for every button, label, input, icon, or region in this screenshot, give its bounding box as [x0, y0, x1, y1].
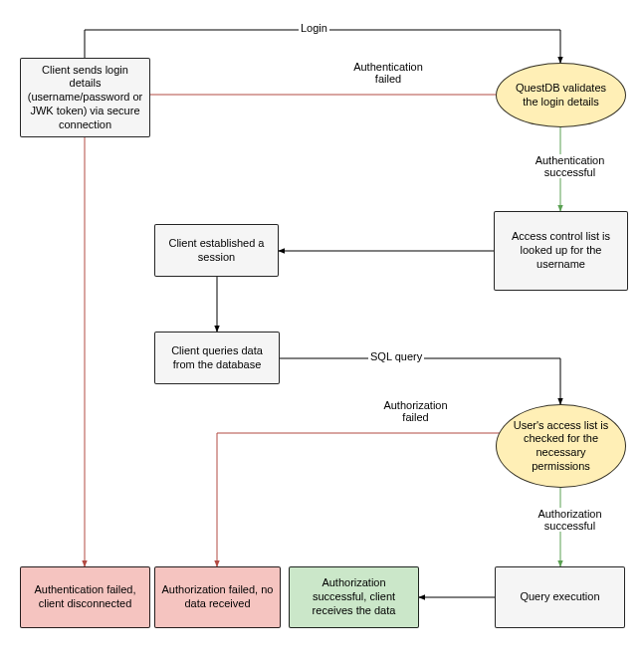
node-exec: Query execution	[495, 566, 625, 628]
node-query: Client queries data from the database	[154, 332, 280, 384]
node-auth-failed: Authentication failed, client disconnect…	[20, 566, 150, 628]
edge-label-authn-failed: Authentication failed	[343, 61, 433, 85]
node-client-login: Client sends login details (username/pas…	[20, 58, 150, 137]
node-check-perms: User's access list is checked for the ne…	[496, 404, 626, 488]
edge-label-authn-ok: Authentication successful	[528, 154, 612, 178]
node-authz-failed: Authorization failed, no data received	[154, 566, 281, 628]
edge-label-authz-ok: Authorization successful	[528, 508, 612, 532]
node-acl-lookup: Access control list is looked up for the…	[494, 211, 628, 291]
node-authz-ok: Authorization successful, client receive…	[289, 566, 419, 628]
edge-label-authz-failed: Authorization failed	[373, 399, 458, 423]
edge-label-sql-query: SQL query	[368, 350, 424, 362]
node-session: Client established a session	[154, 224, 279, 277]
edge-label-login: Login	[299, 22, 329, 34]
node-validate: QuestDB validates the login details	[496, 63, 626, 127]
